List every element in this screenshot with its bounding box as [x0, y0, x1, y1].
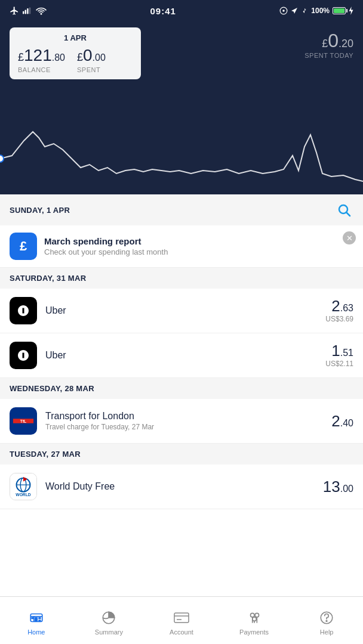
notification-march-report[interactable]: £ March spending report Check out your s… — [0, 225, 363, 268]
uber-merchant-2: Uber — [45, 350, 325, 361]
payments-icon — [246, 609, 263, 626]
bluetooth-icon — [301, 7, 308, 15]
svg-point-36 — [326, 620, 327, 621]
status-time: 09:41 — [150, 6, 176, 16]
wdf-merchant: World Duty Free — [45, 481, 323, 492]
svg-text:TfL: TfL — [20, 419, 26, 423]
arrow-icon — [291, 7, 298, 14]
tfl-amount: 2.40 — [331, 413, 353, 429]
status-bar: 09:41 100% — [0, 0, 363, 21]
bottom-nav: Home Summary Account — [0, 596, 363, 644]
uber-amount-1: 2.63 US$3.69 — [325, 298, 353, 323]
help-icon — [318, 609, 335, 626]
status-right: 100% — [279, 7, 353, 15]
home-label: Home — [27, 628, 45, 636]
tfl-merchant: Transport for London Travel charge for T… — [45, 411, 331, 431]
balance-amount: £121.80 — [18, 46, 65, 65]
transaction-list: SUNDAY, 1 APR £ March spending report Ch… — [0, 194, 363, 557]
transaction-tfl[interactable]: TfL Transport for London Travel charge f… — [0, 399, 363, 444]
svg-rect-23 — [38, 617, 41, 618]
date-saturday: SATURDAY, 31 MAR — [10, 274, 86, 283]
transaction-uber-1[interactable]: Uber 2.63 US$3.69 — [0, 289, 363, 333]
battery-icon — [333, 7, 346, 14]
account-label: Account — [170, 628, 193, 636]
home-icon — [28, 609, 45, 626]
balance-chart — [0, 99, 363, 194]
spent-amount: £0.00 — [77, 46, 106, 65]
spent-label: SPENT — [77, 66, 106, 73]
nav-payments[interactable]: Payments — [218, 606, 291, 636]
uber-amount-sub-2: US$2.11 — [325, 360, 353, 368]
signal-icon — [23, 7, 32, 14]
wdf-icon: WORLD — [10, 473, 37, 500]
transaction-uber-2[interactable]: Uber 1.51 US$2.11 — [0, 333, 363, 378]
tfl-subtitle: Travel charge for Tuesday, 27 Mar — [45, 423, 331, 431]
search-button[interactable] — [334, 200, 353, 219]
svg-text:WORLD: WORLD — [16, 493, 30, 497]
notification-icon: £ — [10, 233, 37, 260]
svg-rect-22 — [35, 617, 38, 621]
charging-icon — [349, 7, 353, 15]
tooltip-date: 1 APR — [18, 33, 133, 42]
status-left — [10, 6, 47, 16]
svg-rect-26 — [174, 613, 189, 623]
account-icon — [173, 609, 190, 626]
tfl-name: Transport for London — [45, 411, 331, 422]
uber-amount-main-2: 1.51 — [325, 343, 353, 358]
date-sunday: SUNDAY, 1 APR — [10, 206, 70, 215]
balance-label: BALANCE — [18, 66, 65, 73]
svg-point-5 — [283, 10, 285, 12]
nav-home[interactable]: Home — [0, 606, 73, 636]
notification-title: March spending report — [44, 236, 168, 246]
header-chart: 1 APR £121.80 BALANCE £0.00 SPENT £0.20 … — [0, 21, 363, 194]
uber-icon-2 — [10, 342, 37, 369]
svg-rect-24 — [38, 620, 41, 621]
uber-amount-sub-1: US$3.69 — [325, 315, 353, 323]
wifi-icon — [36, 7, 47, 15]
svg-rect-1 — [25, 10, 26, 14]
date-header-saturday: SATURDAY, 31 MAR — [0, 268, 363, 289]
payments-label: Payments — [239, 628, 269, 636]
date-header-sunday: SUNDAY, 1 APR — [0, 194, 363, 225]
spent-today-amount: £0.20 — [304, 30, 353, 52]
notification-text: March spending report Check out your spe… — [44, 236, 168, 256]
uber-name-2: Uber — [45, 350, 325, 361]
balance-block: £121.80 BALANCE — [18, 46, 65, 73]
wdf-amount: 13.00 — [323, 479, 353, 494]
svg-rect-3 — [29, 7, 30, 14]
date-wednesday: WEDNESDAY, 28 MAR — [10, 384, 94, 393]
svg-point-31 — [252, 617, 256, 621]
battery-percent: 100% — [311, 7, 330, 15]
help-label: Help — [320, 628, 334, 636]
svg-rect-2 — [27, 8, 28, 14]
svg-point-30 — [255, 613, 259, 617]
svg-rect-21 — [31, 617, 33, 618]
nav-account[interactable]: Account — [145, 606, 218, 636]
tfl-icon: TfL — [10, 407, 37, 435]
spent-today-label: SPENT TODAY — [304, 52, 353, 59]
uber-icon-1 — [10, 297, 37, 324]
svg-rect-0 — [23, 11, 24, 14]
uber-merchant-1: Uber — [45, 305, 325, 316]
uber-amount-main-1: 2.63 — [325, 298, 353, 314]
balance-tooltip: 1 APR £121.80 BALANCE £0.00 SPENT — [10, 27, 141, 79]
svg-point-29 — [250, 613, 254, 617]
svg-line-8 — [347, 213, 350, 216]
notification-subtitle: Check out your spending last month — [44, 247, 168, 256]
date-header-wednesday: WEDNESDAY, 28 MAR — [0, 378, 363, 399]
date-tuesday: TUESDAY, 27 MAR — [10, 450, 81, 459]
date-header-tuesday: TUESDAY, 27 MAR — [0, 444, 363, 465]
notification-close-button[interactable]: ✕ — [343, 231, 356, 244]
nav-help[interactable]: Help — [290, 606, 363, 636]
nav-summary[interactable]: Summary — [73, 606, 146, 636]
wdf-name: World Duty Free — [45, 481, 323, 492]
uber-name-1: Uber — [45, 305, 325, 316]
airplane-icon — [10, 6, 19, 16]
tfl-amount-main: 2.40 — [331, 413, 353, 429]
summary-label: Summary — [95, 628, 123, 636]
spent-today: £0.20 SPENT TODAY — [304, 30, 353, 59]
summary-icon — [100, 609, 117, 626]
wdf-amount-main: 13.00 — [323, 479, 353, 494]
location-icon — [279, 7, 288, 15]
transaction-wdf[interactable]: WORLD World Duty Free 13.00 — [0, 465, 363, 509]
